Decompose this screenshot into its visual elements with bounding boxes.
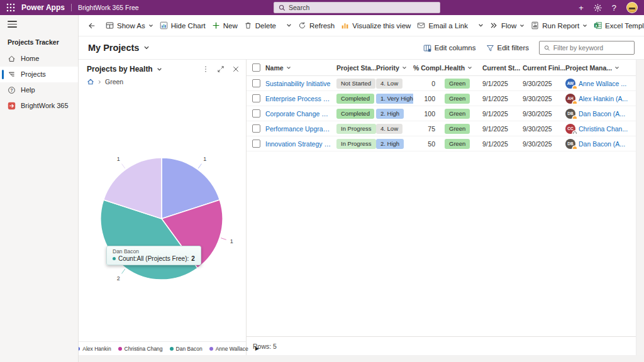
chart-tooltip: Dan Bacon Count:All (Projects Free): 2 xyxy=(106,246,201,265)
column-header-percent-complete[interactable]: % Compl... xyxy=(413,64,445,72)
chart-selector[interactable]: Projects by Health xyxy=(87,65,162,74)
edit-filters-button[interactable]: Edit filters xyxy=(486,44,530,52)
manager-name-link[interactable]: Christina Chan... xyxy=(579,125,628,133)
app-brand[interactable]: Power Apps xyxy=(21,3,65,12)
sidebar-item-brightwork-365[interactable]: BrightWork 365 xyxy=(0,98,78,114)
percent-complete-value: 50 xyxy=(413,140,445,148)
new-button[interactable]: New xyxy=(209,19,241,32)
table-row[interactable]: Performance Upgrade PlanIn Progress4. Lo… xyxy=(247,121,644,136)
table-row[interactable]: Sustainability InitiativeNot Started4. L… xyxy=(247,76,644,91)
show-as-button[interactable]: Show As xyxy=(103,19,157,32)
legend-label: Alex Hankin xyxy=(82,346,111,352)
project-manager-cell[interactable]: CCChristina Chan... xyxy=(565,124,634,134)
chevron-down-icon xyxy=(286,23,292,28)
refresh-button[interactable]: Refresh xyxy=(295,19,338,32)
flow-button[interactable]: Flow xyxy=(487,19,528,32)
hide-chart-button[interactable]: Hide Chart xyxy=(157,19,209,32)
environment-name[interactable]: BrightWork 365 Free xyxy=(78,4,139,11)
app-launcher-icon[interactable] xyxy=(6,3,15,12)
project-manager-cell[interactable]: DBDan Bacon (A... xyxy=(565,109,634,119)
visualize-view-button[interactable]: Visualize this view xyxy=(338,19,414,32)
sidebar-item-help[interactable]: ? Help xyxy=(0,82,78,98)
percent-complete-value: 0 xyxy=(413,80,445,87)
percent-complete-value: 100 xyxy=(413,95,445,102)
chart-breadcrumb: Green xyxy=(79,75,246,85)
email-link-button[interactable]: Email a Link xyxy=(414,19,471,32)
overflow-chevron[interactable] xyxy=(283,20,295,31)
breadcrumb-item[interactable]: Green xyxy=(105,78,123,85)
row-checkbox[interactable] xyxy=(252,79,260,87)
legend-item[interactable]: Anne Wallace xyxy=(209,346,248,352)
column-header-name[interactable]: Name xyxy=(265,64,336,72)
column-header-health[interactable]: Health xyxy=(445,64,482,72)
table-scrollbar-gutter[interactable] xyxy=(636,60,644,355)
select-all-checkbox[interactable] xyxy=(252,63,260,72)
delete-button[interactable]: Delete xyxy=(241,19,279,32)
current-finish-date: 9/30/2025 xyxy=(523,110,565,118)
left-navigation: Projects Tracker Home Projects ? Help Br… xyxy=(0,15,79,362)
row-checkbox[interactable] xyxy=(252,140,260,148)
chevron-down-icon xyxy=(286,65,291,70)
column-header-priority[interactable]: Priority xyxy=(376,64,413,72)
project-name-link[interactable]: Enterprise Process Update xyxy=(265,95,336,102)
row-checkbox[interactable] xyxy=(252,109,260,118)
legend-item[interactable]: Christina Chang xyxy=(118,346,163,352)
edit-columns-button[interactable]: Edit columns xyxy=(423,44,476,52)
run-report-button[interactable]: Run Report xyxy=(528,19,591,32)
health-pie-chart[interactable]: 1121 xyxy=(79,87,246,339)
excel-templates-button[interactable]: X Excel Templates xyxy=(591,19,644,32)
expand-chart-icon[interactable] xyxy=(217,65,225,73)
manager-name-link[interactable]: Dan Bacon (A... xyxy=(579,110,625,118)
nav-collapse-icon[interactable] xyxy=(8,21,17,28)
project-manager-cell[interactable]: AWAnne Wallace ... xyxy=(565,79,634,89)
legend-item[interactable]: Dan Bacon xyxy=(170,346,203,352)
breadcrumb-home-icon[interactable] xyxy=(87,78,94,85)
column-header-current-start[interactable]: Current St... xyxy=(482,64,523,72)
project-manager-cell[interactable]: DBDan Bacon (A... xyxy=(565,139,634,149)
back-button[interactable] xyxy=(84,19,99,33)
settings-gear-icon[interactable] xyxy=(594,4,602,12)
close-chart-icon[interactable] xyxy=(232,65,240,73)
health-badge: Green xyxy=(445,139,470,149)
column-header-project-status[interactable]: Project Sta... xyxy=(336,64,376,72)
filter-by-keyword-box[interactable] xyxy=(539,41,635,55)
overflow-chevron[interactable] xyxy=(475,20,487,31)
top-app-bar: Power Apps BrightWork 365 Free Search + … xyxy=(0,0,644,15)
status-badge: Not Started xyxy=(336,79,375,89)
manager-name-link[interactable]: Dan Bacon (A... xyxy=(579,140,625,148)
manager-name-link[interactable]: Anne Wallace ... xyxy=(579,80,626,87)
view-selector[interactable]: My Projects xyxy=(88,43,150,53)
percent-complete-value: 75 xyxy=(413,125,445,133)
bottom-strip xyxy=(79,355,644,362)
account-avatar[interactable] xyxy=(626,2,638,13)
sidebar-item-home[interactable]: Home xyxy=(0,51,78,67)
table-row[interactable]: Enterprise Process UpdateCompleted1. Ver… xyxy=(247,91,644,106)
global-search-box[interactable]: Search xyxy=(274,2,440,13)
project-name-link[interactable]: Innovation Strategy Plan xyxy=(265,140,336,148)
manager-name-link[interactable]: Alex Hankin (A... xyxy=(579,95,628,102)
current-finish-date: 9/30/2025 xyxy=(523,125,565,133)
legend-next-icon[interactable]: ▶ xyxy=(255,346,259,351)
chevron-down-icon xyxy=(614,65,619,70)
pie-label-line xyxy=(221,238,226,240)
add-icon[interactable]: + xyxy=(579,4,584,12)
project-manager-cell[interactable]: AHAlex Hankin (A... xyxy=(565,94,634,104)
sidebar-item-projects[interactable]: Projects xyxy=(0,67,78,82)
tooltip-series-dot xyxy=(113,257,116,260)
project-name-link[interactable]: Sustainability Initiative xyxy=(265,80,336,87)
project-name-link[interactable]: Performance Upgrade Plan xyxy=(265,125,336,133)
chevron-down-icon xyxy=(582,23,587,28)
help-icon[interactable]: ? xyxy=(612,4,616,12)
manager-avatar: CC xyxy=(565,124,575,134)
column-header-current-finish[interactable]: Current Fini... xyxy=(523,64,565,72)
legend-item[interactable]: Alex Hankin xyxy=(76,346,111,352)
column-header-project-manager[interactable]: Project Mana... xyxy=(565,64,634,72)
table-row[interactable]: Corporate Change ProgramCompleted2. High… xyxy=(247,106,644,121)
project-name-link[interactable]: Corporate Change Program xyxy=(265,110,336,118)
chart-more-options-icon[interactable] xyxy=(202,65,209,73)
row-checkbox[interactable] xyxy=(252,124,260,133)
filter-keyword-input[interactable] xyxy=(553,44,630,52)
priority-badge: 2. High xyxy=(376,109,404,119)
row-checkbox[interactable] xyxy=(252,94,260,102)
table-row[interactable]: Innovation Strategy PlanIn Progress2. Hi… xyxy=(247,136,644,151)
